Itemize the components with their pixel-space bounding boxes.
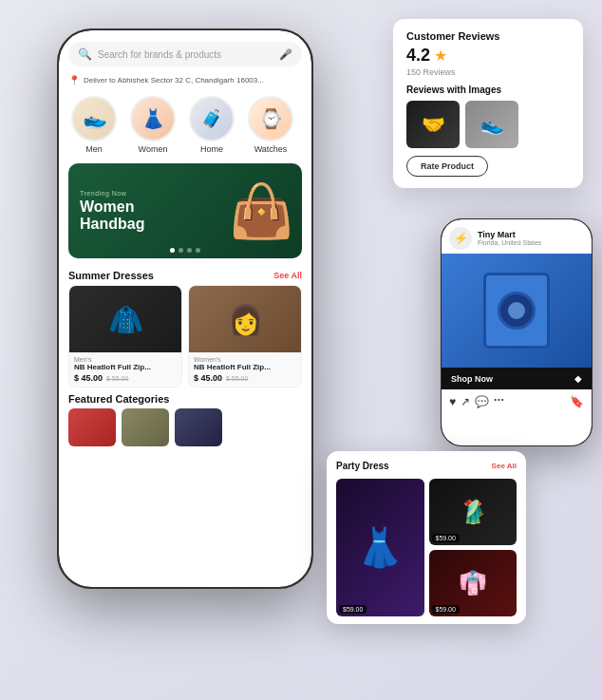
product-grid: 🧥 Men's NB Heatloft Full Zip... $ 45.00 … [59,285,311,388]
dot-3 [187,248,192,253]
review-img-1: 🤝 [406,101,460,148]
search-bar[interactable]: 🔍 Search for brands & products 🎤 [68,42,302,66]
tiny-mart-product-image [442,254,592,368]
rating-number: 4.2 [406,46,430,66]
comment-icon[interactable]: 💬 [475,395,489,408]
category-home-circle: 🧳 [189,96,235,142]
product-image-women: 👩 [189,286,301,352]
share-icon[interactable]: ↗ [461,395,470,408]
delivery-text: Deliver to Abhishek Sector 32 C, Chandig… [84,76,264,85]
tiny-mart-location: Florida, United States [478,239,541,246]
home-icon: 🧳 [201,108,222,129]
product-name-1: NB Heatloft Full Zip... [74,363,177,371]
price-old-2: $ 55.00 [226,375,248,382]
reviews-images-label: Reviews with Images [406,85,570,95]
tiny-mart-name: Tiny Mart [478,231,541,240]
tiny-mart-phone: ⚡ Tiny Mart Florida, United States Shop … [441,218,593,446]
main-phone: 🔍 Search for brands & products 🎤 📍 Deliv… [57,28,313,589]
banner-dots [170,248,200,253]
price-old-1: $ 55.00 [106,375,128,382]
summer-dresses-title: Summer Dresses [68,270,154,281]
rate-product-button[interactable]: Rate Product [406,156,488,177]
action-icons-group: ♥ ↗ 💬 ••• [449,395,564,408]
category-home[interactable]: 🧳 Home [186,96,237,154]
delivery-bar: 📍 Deliver to Abhishek Sector 32 C, Chand… [59,72,311,88]
category-watches-circle: ⌚ [248,96,293,142]
bookmark-icon[interactable]: 🔖 [570,395,584,408]
review-img-2: 👟 [465,101,518,148]
party-price-1: $59.00 [339,605,367,614]
shoes-icon: 👟 [80,104,108,133]
dot-1 [170,248,175,253]
price-current-1: $ 45.00 [74,373,103,383]
featured-categories-title: Featured Categories [59,388,311,408]
category-men-label: Men [85,144,103,154]
category-men-circle: 👟 [71,96,117,142]
dot-4 [196,248,200,253]
party-dress-card: Party Dress See All 👗 $59.00 🥻 $59.00 👘 … [327,451,526,624]
banner-bag-icon: 👜 [229,180,294,242]
tiny-mart-info: Tiny Mart Florida, United States [478,231,541,247]
product-price-2: $ 45.00 $ 55.00 [194,373,296,383]
product-card-2[interactable]: 👩 Women's NB Heatloft Full Zip... $ 45.0… [188,285,302,388]
category-list: 👟 Men 👗 Women 🧳 Home [59,88,311,158]
feat-item-1[interactable] [68,408,116,446]
more-dots-icon[interactable]: ••• [494,395,504,408]
watch-icon: ⌚ [259,107,283,130]
category-home-label: Home [200,144,223,154]
product-info-1: Men's NB Heatloft Full Zip... $ 45.00 $ … [69,352,181,387]
category-women-label: Women [139,144,168,154]
shop-now-text: Shop Now [451,374,493,384]
product-card-1[interactable]: 🧥 Men's NB Heatloft Full Zip... $ 45.00 … [68,285,182,388]
party-img-1: 👗 [336,479,424,616]
price-current-2: $ 45.00 [194,373,222,383]
product-cat-1: Men's [74,356,177,363]
heart-icon[interactable]: ♥ [449,395,456,408]
product-name-2: NB Heatloft Full Zip... [194,363,296,371]
category-men[interactable]: 👟 Men [68,96,120,154]
party-item-2[interactable]: 🥻 $59.00 [429,479,517,545]
banner-title: Women Handbag [80,199,144,232]
search-placeholder: Search for brands & products [98,49,273,60]
party-price-2: $59.00 [432,534,460,542]
party-dress-header: Party Dress See All [336,461,517,471]
party-price-3: $59.00 [432,605,460,614]
feat-item-3[interactable] [175,408,222,446]
party-item-1[interactable]: 👗 $59.00 [336,479,424,616]
location-icon: 📍 [68,75,80,85]
product-cat-2: Women's [194,356,296,363]
woman-icon: 👗 [141,107,165,130]
star-icon: ★ [434,47,447,65]
tiny-mart-actions: ♥ ↗ 💬 ••• 🔖 [442,389,592,414]
diamond-icon: ◆ [574,373,582,384]
review-images-row: 🤝 👟 [406,101,570,148]
party-item-3[interactable]: 👘 $59.00 [429,550,517,616]
feat-item-2[interactable] [122,408,169,446]
party-dress-title: Party Dress [336,461,389,471]
search-icon: 🔍 [78,47,92,61]
tiny-mart-logo-icon: ⚡ [454,232,468,245]
tiny-mart-header: ⚡ Tiny Mart Florida, United States [442,219,592,254]
reviews-card-title: Customer Reviews [406,30,570,42]
reviews-card: Customer Reviews 4.2 ★ 150 Reviews Revie… [393,19,583,188]
banner-text: Trending Now Women Handbag [68,179,156,243]
category-watches-label: Watches [254,144,288,154]
product-image-men: 🧥 [69,286,181,352]
summer-dresses-see-all[interactable]: See All [273,271,302,280]
party-grid: 👗 $59.00 🥻 $59.00 👘 $59.00 [336,479,517,616]
summer-dresses-header: Summer Dresses See All [59,264,311,285]
shop-now-bar[interactable]: Shop Now ◆ [442,368,592,389]
category-watches[interactable]: ⌚ Watches [245,96,296,154]
featured-strip [59,408,311,446]
banner-trending: Trending Now [80,190,144,197]
tiny-mart-logo: ⚡ [449,227,472,250]
party-see-all[interactable]: See All [492,462,517,470]
product-info-2: Women's NB Heatloft Full Zip... $ 45.00 … [189,352,301,387]
hero-banner[interactable]: Trending Now Women Handbag 👜 [68,163,302,258]
review-count: 150 Reviews [406,67,570,77]
rating-row: 4.2 ★ [406,46,570,66]
category-women[interactable]: 👗 Women [127,96,179,154]
dot-2 [179,248,183,253]
category-women-circle: 👗 [130,96,176,142]
product-price-1: $ 45.00 $ 55.00 [74,373,177,383]
